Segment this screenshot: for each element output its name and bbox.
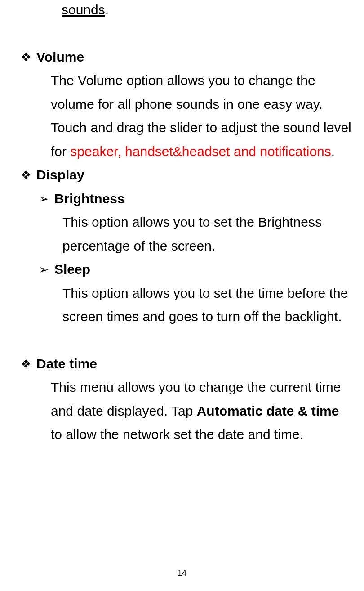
top-sounds-line: sounds. (62, 0, 355, 22)
diamond-icon: ❖ (21, 163, 31, 187)
datetime-body: This menu allows you to change the curre… (51, 376, 353, 447)
sleep-title: Sleep (54, 258, 90, 282)
datetime-section: ❖ Date time This menu allows you to chan… (9, 352, 355, 447)
datetime-title: Date time (36, 352, 97, 376)
arrow-right-icon: ➢ (39, 187, 49, 210)
datetime-text-part2: to allow the network set the date and ti… (51, 427, 303, 442)
sounds-link-text: sounds (62, 2, 105, 17)
display-section: ❖ Display ➢ Brightness This option allow… (9, 163, 355, 329)
datetime-text-bold: Automatic date & time (197, 403, 339, 418)
sleep-body: This option allows you to set the time b… (62, 282, 353, 329)
volume-text-part2: . (331, 144, 335, 159)
volume-header: ❖ Volume (9, 45, 355, 69)
volume-text-red: speaker, handset&headset and notificatio… (70, 144, 331, 159)
brightness-header: ➢ Brightness (39, 187, 355, 211)
diamond-icon: ❖ (21, 352, 31, 376)
display-header: ❖ Display (9, 163, 355, 187)
period: . (105, 2, 109, 17)
arrow-right-icon: ➢ (39, 258, 49, 281)
brightness-title: Brightness (54, 187, 125, 211)
brightness-body: This option allows you to set the Bright… (62, 210, 353, 258)
display-title: Display (36, 163, 84, 187)
volume-body: The Volume option allows you to change t… (51, 69, 353, 163)
volume-section: ❖ Volume The Volume option allows you to… (9, 45, 355, 164)
volume-title: Volume (36, 45, 84, 69)
page-number: 14 (178, 566, 186, 581)
sleep-header: ➢ Sleep (39, 258, 355, 282)
diamond-icon: ❖ (21, 45, 31, 69)
datetime-header: ❖ Date time (9, 352, 355, 376)
